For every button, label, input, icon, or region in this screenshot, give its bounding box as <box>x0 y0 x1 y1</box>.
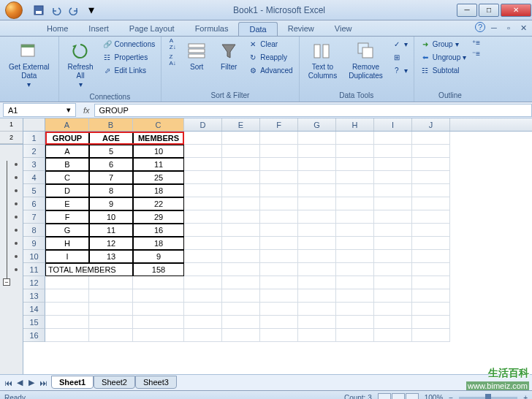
column-header-C[interactable]: C <box>133 118 184 131</box>
row-header-7[interactable]: 7 <box>23 210 45 224</box>
minimize-button[interactable]: ─ <box>457 4 477 17</box>
page-break-view-button[interactable] <box>406 393 419 400</box>
what-if-button[interactable]: ?▾ <box>390 64 409 76</box>
column-header-A[interactable]: A <box>45 118 89 131</box>
zoom-in-button[interactable]: + <box>523 394 528 399</box>
cell-J4[interactable] <box>412 171 450 184</box>
maximize-button[interactable]: □ <box>479 4 499 17</box>
cell-I3[interactable] <box>374 158 412 171</box>
minimize-ribbon-icon[interactable]: ─ <box>488 22 500 34</box>
cell-E10[interactable] <box>222 250 260 263</box>
cell-H3[interactable] <box>336 158 374 171</box>
row-header-5[interactable]: 5 <box>23 184 45 197</box>
cell-A7[interactable]: F <box>45 210 89 224</box>
cell-I8[interactable] <box>374 224 412 237</box>
cell-C8[interactable]: 16 <box>133 224 184 237</box>
cell-E3[interactable] <box>222 158 260 171</box>
formula-input[interactable]: GROUP <box>94 104 532 117</box>
cell-G3[interactable] <box>298 158 336 171</box>
cell-C15[interactable] <box>133 316 184 329</box>
row-header-9[interactable]: 9 <box>23 237 45 250</box>
cell-H15[interactable] <box>336 316 374 329</box>
cell-E9[interactable] <box>222 237 260 250</box>
row-header-13[interactable]: 13 <box>23 289 45 303</box>
cell-I14[interactable] <box>374 303 412 316</box>
cell-A3[interactable]: B <box>45 158 89 171</box>
cell-I12[interactable] <box>374 276 412 289</box>
outline-level-2[interactable]: 2 <box>0 132 23 145</box>
cell-F1[interactable] <box>260 132 298 145</box>
cell-D5[interactable] <box>184 184 222 197</box>
cell-F11[interactable] <box>260 263 298 276</box>
cell-D13[interactable] <box>184 289 222 303</box>
cell-C14[interactable] <box>133 303 184 316</box>
cell-A6[interactable]: E <box>45 197 89 210</box>
cell-F12[interactable] <box>260 276 298 289</box>
cell-J15[interactable] <box>412 316 450 329</box>
tab-view[interactable]: View <box>324 22 362 36</box>
cell-B9[interactable]: 12 <box>89 237 133 250</box>
properties-button[interactable]: ☷Properties <box>101 51 157 63</box>
cell-D9[interactable] <box>184 237 222 250</box>
cell-F14[interactable] <box>260 303 298 316</box>
cell-B8[interactable]: 11 <box>89 224 133 237</box>
row-header-1[interactable]: 1 <box>23 132 45 145</box>
cell-G10[interactable] <box>298 250 336 263</box>
cell-H11[interactable] <box>336 263 374 276</box>
cell-A11[interactable]: TOTAL MEMBERS <box>45 263 133 276</box>
cell-C1[interactable]: MEMBERS <box>133 132 184 145</box>
cell-C6[interactable]: 22 <box>133 197 184 210</box>
cell-G16[interactable] <box>298 329 336 342</box>
cell-D6[interactable] <box>184 197 222 210</box>
tab-formulas[interactable]: Formulas <box>185 22 239 36</box>
cell-B16[interactable] <box>89 329 133 342</box>
cell-J9[interactable] <box>412 237 450 250</box>
cell-C12[interactable] <box>133 276 184 289</box>
cell-D12[interactable] <box>184 276 222 289</box>
cell-F13[interactable] <box>260 289 298 303</box>
cell-C9[interactable]: 18 <box>133 237 184 250</box>
cell-D11[interactable] <box>184 263 222 276</box>
cell-B5[interactable]: 8 <box>89 184 133 197</box>
cell-B6[interactable]: 9 <box>89 197 133 210</box>
cell-E2[interactable] <box>222 145 260 158</box>
row-header-8[interactable]: 8 <box>23 224 45 237</box>
cell-G7[interactable] <box>298 210 336 224</box>
clear-button[interactable]: ✕Clear <box>246 38 294 50</box>
connections-button[interactable]: 🔗Connections <box>101 38 157 50</box>
cell-E15[interactable] <box>222 316 260 329</box>
cell-H8[interactable] <box>336 224 374 237</box>
cell-G5[interactable] <box>298 184 336 197</box>
cell-E12[interactable] <box>222 276 260 289</box>
show-detail-button[interactable]: ⁺≡ <box>471 38 482 48</box>
hide-detail-button[interactable]: ⁻≡ <box>471 49 482 58</box>
text-to-columns-button[interactable]: Text to Columns <box>304 38 341 83</box>
cell-H13[interactable] <box>336 289 374 303</box>
cell-C10[interactable]: 9 <box>133 250 184 263</box>
row-header-14[interactable]: 14 <box>23 303 45 316</box>
cell-J16[interactable] <box>412 329 450 342</box>
cell-J11[interactable] <box>412 263 450 276</box>
cell-D4[interactable] <box>184 171 222 184</box>
cell-B2[interactable]: 5 <box>89 145 133 158</box>
cell-B7[interactable]: 10 <box>89 210 133 224</box>
cell-H4[interactable] <box>336 171 374 184</box>
filter-button[interactable]: Filter <box>214 38 243 75</box>
cell-I5[interactable] <box>374 184 412 197</box>
cell-H6[interactable] <box>336 197 374 210</box>
save-icon[interactable] <box>32 4 45 17</box>
cell-E6[interactable] <box>222 197 260 210</box>
sort-za-button[interactable]: ZA↓ <box>166 54 179 66</box>
cell-C16[interactable] <box>133 329 184 342</box>
cell-D16[interactable] <box>184 329 222 342</box>
cell-H7[interactable] <box>336 210 374 224</box>
group-button[interactable]: ➜Group ▾ <box>419 38 468 50</box>
cell-G15[interactable] <box>298 316 336 329</box>
office-button[interactable] <box>0 0 28 20</box>
row-header-16[interactable]: 16 <box>23 329 45 342</box>
cell-D1[interactable] <box>184 132 222 145</box>
consolidate-button[interactable]: ⊞ <box>390 51 409 63</box>
column-header-B[interactable]: B <box>89 118 133 131</box>
cell-C11[interactable]: 158 <box>133 263 184 276</box>
cell-C13[interactable] <box>133 289 184 303</box>
